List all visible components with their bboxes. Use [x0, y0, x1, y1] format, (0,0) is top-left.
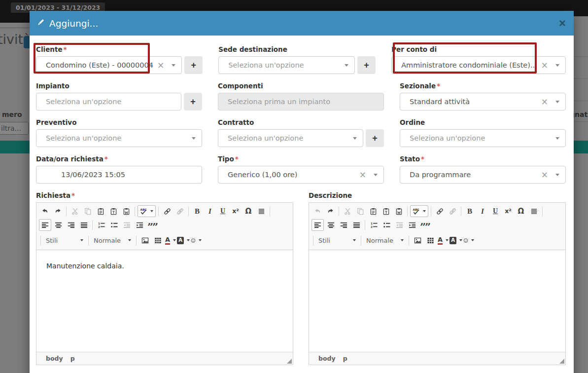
italic-icon[interactable]: I	[477, 205, 488, 217]
link-icon[interactable]	[434, 205, 446, 217]
add-impianto-button[interactable]: +	[184, 93, 202, 111]
hlines-icon[interactable]	[255, 205, 267, 217]
paste-text-icon[interactable]	[107, 205, 119, 217]
path-p[interactable]: p	[343, 355, 347, 362]
toolbar-separator	[313, 236, 313, 245]
styles-combo[interactable]: Stili	[43, 234, 86, 246]
undo-icon[interactable]	[39, 205, 51, 217]
format-combo[interactable]: Normale	[91, 234, 134, 246]
paste-icon[interactable]	[95, 205, 106, 217]
close-icon[interactable]: ×	[559, 17, 566, 29]
quote-icon[interactable]: ””	[146, 219, 158, 231]
omega-icon[interactable]: Ω	[242, 205, 254, 217]
smiley-icon[interactable]	[190, 234, 202, 246]
tipo-select[interactable]: Generico (1,00 ore) ×	[218, 166, 384, 184]
toolbar-separator	[542, 207, 543, 216]
underline-icon[interactable]: U	[489, 205, 501, 217]
clear-icon[interactable]: ×	[541, 171, 548, 179]
add-contratto-button[interactable]: +	[366, 129, 384, 147]
field-componenti: Componenti Seleziona prima un impianto	[218, 82, 384, 111]
chevron-down-icon	[128, 239, 131, 241]
format-combo[interactable]: Normale	[363, 234, 407, 246]
align-left-icon[interactable]	[39, 219, 51, 231]
indent-icon[interactable]	[134, 219, 145, 231]
styles-combo[interactable]: Stili	[315, 234, 359, 246]
indent-icon[interactable]	[406, 219, 418, 231]
ordered-list-icon[interactable]: 12	[95, 219, 107, 231]
path-p[interactable]: p	[70, 355, 75, 362]
clear-icon[interactable]: ×	[359, 171, 366, 179]
align-justify-icon[interactable]	[78, 219, 90, 231]
smiley-icon[interactable]	[463, 234, 475, 246]
bold-icon[interactable]: B	[464, 205, 476, 217]
field-tipo: Tipo* Generico (1,00 ore) ×	[218, 155, 384, 184]
align-center-icon[interactable]	[52, 219, 64, 231]
chevron-down-icon	[459, 239, 462, 241]
spellcheck-icon[interactable]: ABC	[138, 205, 156, 217]
align-center-icon[interactable]	[325, 219, 337, 231]
sede-select[interactable]: Seleziona un'opzione	[218, 56, 355, 74]
editor-content-area[interactable]	[309, 250, 565, 352]
resize-handle-icon[interactable]	[287, 359, 292, 364]
outdent-icon	[393, 219, 405, 231]
bullet-list-icon[interactable]	[380, 219, 392, 231]
table-icon[interactable]	[424, 234, 436, 246]
resize-handle-icon[interactable]	[559, 359, 564, 364]
omega-icon[interactable]: Ω	[515, 205, 527, 217]
cliente-select[interactable]: Condomino (Este) - 00000004 ×	[36, 56, 182, 74]
ordered-list-icon[interactable]: 12	[368, 219, 380, 231]
paste-icon[interactable]	[367, 205, 379, 217]
editor-toolbar: ABCBIUx²Ω12””StiliNormaleAA	[36, 203, 293, 250]
editor-content-area[interactable]: Manutenzione caldaia.	[36, 250, 293, 352]
image-icon[interactable]	[139, 234, 151, 246]
stato-select[interactable]: Da programmare ×	[400, 166, 566, 184]
quote-icon[interactable]: ””	[419, 219, 431, 231]
align-right-icon[interactable]	[338, 219, 349, 231]
redo-icon[interactable]	[324, 205, 336, 217]
path-body[interactable]: body	[46, 355, 63, 362]
add-sede-button[interactable]: +	[357, 56, 376, 74]
superscript-icon[interactable]: x²	[502, 205, 514, 217]
clear-icon[interactable]: ×	[157, 61, 164, 70]
undo-icon	[311, 205, 323, 217]
align-right-icon[interactable]	[65, 219, 77, 231]
clear-icon[interactable]: ×	[541, 98, 548, 106]
paste-text-icon[interactable]	[380, 205, 392, 217]
align-justify-icon[interactable]	[350, 219, 362, 231]
spellcheck-icon[interactable]: ABC	[410, 205, 428, 217]
sezionale-select[interactable]: Standard attività ×	[400, 93, 566, 111]
bold-icon[interactable]: B	[191, 205, 203, 217]
hlines-icon[interactable]	[528, 205, 540, 217]
superscript-icon[interactable]: x²	[230, 205, 242, 217]
bg-color-icon[interactable]: A	[177, 234, 189, 246]
text-color-icon[interactable]: A	[165, 234, 176, 246]
bg-color-icon[interactable]: A	[450, 234, 462, 246]
table-icon[interactable]	[152, 234, 164, 246]
chevron-down-icon	[471, 239, 474, 241]
path-body[interactable]: body	[318, 355, 336, 362]
field-label: Tipo*	[218, 155, 384, 163]
image-icon[interactable]	[412, 234, 423, 246]
clear-icon[interactable]: ×	[541, 61, 548, 70]
align-left-icon[interactable]	[311, 219, 324, 231]
paste-word-icon[interactable]	[393, 205, 405, 217]
datetime-input[interactable]	[36, 166, 202, 184]
link-icon[interactable]	[161, 205, 173, 217]
per-conto-di-select[interactable]: Amministratore condominiale (Este)... ×	[391, 56, 566, 74]
contratto-select[interactable]: Seleziona un'opzione	[218, 129, 363, 147]
ordine-select[interactable]: Seleziona un'opzione	[400, 129, 566, 147]
toolbar-separator	[407, 207, 408, 216]
bullet-list-icon[interactable]	[108, 219, 120, 231]
underline-icon[interactable]: U	[217, 205, 229, 217]
field-label: Preventivo	[36, 118, 202, 126]
preventivo-select[interactable]: Seleziona un'opzione	[36, 129, 202, 147]
paste-word-icon[interactable]	[120, 205, 132, 217]
add-cliente-button[interactable]: +	[184, 56, 203, 74]
impianto-select[interactable]: Seleziona un'opzione	[36, 93, 181, 111]
text-color-icon[interactable]: A	[437, 234, 449, 246]
field-contratto: Contratto Seleziona un'opzione +	[218, 118, 384, 147]
chevron-down-icon	[555, 101, 559, 103]
toolbar-separator	[158, 207, 159, 216]
italic-icon[interactable]: I	[204, 205, 216, 217]
redo-icon[interactable]	[52, 205, 64, 217]
